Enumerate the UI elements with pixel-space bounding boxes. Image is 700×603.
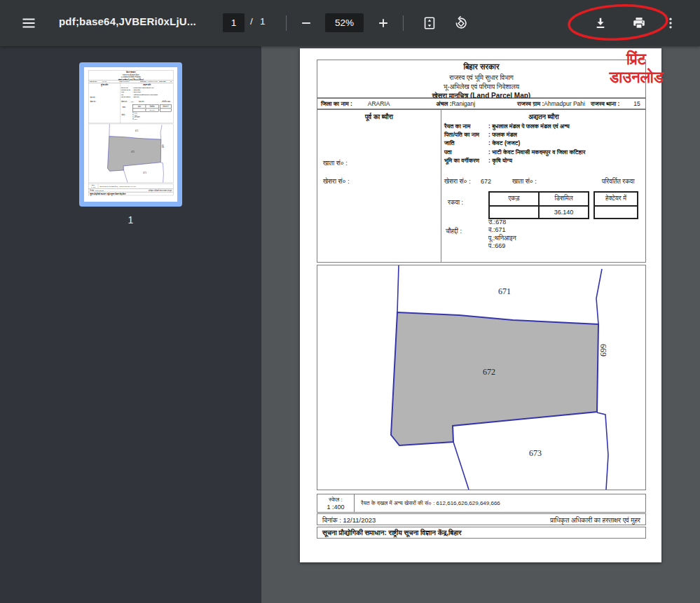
hectare-value (160, 109, 171, 112)
district-label: जिला का नाम : (90, 81, 98, 83)
owner-details: रैयत का नाम: बुधलाल मंडल पे फलक मंडल एवं… (444, 122, 644, 165)
document-title: pdf;base64,JVBERi0xLjU... (59, 15, 196, 27)
other-khesra-note: रैयत के दखल में अन्य खेसरों की सं० : 612… (361, 500, 500, 507)
download-button[interactable] (587, 10, 614, 36)
village-label: राजस्व ग्राम : (140, 81, 147, 83)
boundary-line-southeast (160, 162, 163, 183)
other-khesra-note: रैयत के दखल में अन्य खेसरों की सं० : 612… (99, 186, 135, 188)
parcel-map-svg: 671 672 673 669 (317, 265, 645, 490)
zoom-in-icon (376, 16, 390, 30)
thumbnail-page-number: 1 (0, 214, 261, 226)
scale-cell: स्केल : 1 :400 (317, 494, 355, 512)
toolbar-divider (403, 15, 404, 31)
boundary-line-northeast (596, 269, 602, 324)
zoom-out-button[interactable] (293, 10, 320, 36)
footer-text: सूचना प्रौद्योगिकी समाधान: राष्ट्रीय सूच… (322, 529, 462, 537)
khesra-no-value: 672 (481, 178, 491, 185)
parcel-map: 671 672 673 669 (317, 265, 646, 490)
district-value: ARARIA (102, 81, 107, 83)
officer-signature-label: प्राधिकृत अधिकारी का हस्ताक्षर एवं मुहर (149, 190, 172, 192)
details-section: पूर्व का ब्यौरा खाता सं० : खेसरा सं० : अ… (317, 109, 646, 263)
parcel-673-label: 673 (143, 172, 146, 174)
land-class-label: भूमि का वर्गीकरण (444, 156, 488, 165)
column-divider (441, 110, 441, 262)
father-value: : फलक मंडल (488, 130, 644, 139)
more-options-button[interactable] (657, 10, 684, 36)
hectare-table: हेक्टेयर में (593, 191, 638, 219)
pdf-toolbar: pdf;base64,JVBERi0xLjU... / 1 52% (0, 0, 700, 46)
thumbnail-sidebar: बिहार सरकार राजस्व एवं भूमि सुधार विभाग … (0, 46, 261, 603)
raiyat-label: रैयत का नाम (444, 122, 488, 130)
boundary-line-northwest (109, 124, 110, 137)
chauhaddi-values: उ.:678 द.:671 पू.:थनिआइन प.:669 (132, 112, 139, 120)
scale-row: स्केल : 1 :400 रैयत के दखल में अन्य खेसर… (88, 183, 173, 188)
khata-label: खाता सं० : (323, 160, 348, 167)
date-value: दिनांक : 12/11/2023 (322, 516, 376, 525)
pdf-page: बिहार सरकार राजस्व एवं भूमि सुधार विभाग … (300, 48, 661, 562)
acre-header: एकड़ (489, 192, 539, 206)
converted-area-label: परिवर्तित रकवा (602, 178, 635, 186)
gov-title: बिहार सरकार (88, 71, 173, 73)
gov-title: बिहार सरकार (317, 62, 645, 71)
boundary-east: पू.:थनिआइन (488, 235, 516, 242)
khesra-no-label: खेसरा सं० : (444, 178, 471, 186)
scale-label: स्केल : (317, 496, 354, 504)
raiyat-value: : बुधलाल मंडल पे फलक मंडल एवं अन्य (488, 122, 644, 130)
caste-value: : केवट (जजट) (488, 139, 644, 147)
three-dot-menu-icon (664, 16, 678, 30)
khesra-no-value: 672 (131, 101, 134, 103)
father-label: पिता/पति का नाम (444, 130, 488, 139)
parcel-672-label: 672 (483, 367, 495, 377)
scale-row: स्केल : 1 :400 रैयत के दखल में अन्य खेसर… (317, 494, 646, 513)
boundary-line-southeast (597, 413, 608, 490)
page-number-input[interactable] (223, 13, 245, 32)
scale-value: 1 :400 (88, 186, 97, 188)
menu-button[interactable] (15, 10, 42, 36)
converted-area-label: परिवर्तित रकवा (162, 101, 170, 103)
parcel-669-label: 669 (598, 344, 608, 356)
hectare-header: हेक्टेयर में (594, 192, 638, 206)
thana-value: 15 (170, 81, 172, 83)
zoom-in-button[interactable] (370, 10, 397, 36)
dept-title: राजस्व एवं भूमि सुधार विभाग (317, 74, 645, 82)
district-value: ARARIA (368, 100, 390, 107)
boundary-west: प.:669 (132, 118, 139, 120)
page-separator: / (250, 16, 253, 27)
document-header: बिहार सरकार राजस्व एवं भूमि सुधार विभाग … (317, 60, 646, 98)
date-value: दिनांक : 12/11/2023 (90, 190, 104, 192)
rakwa-label: रकवा : (448, 199, 463, 207)
district-label: जिला का नाम : (321, 100, 352, 108)
boundary-line-south (453, 442, 469, 490)
acre-value (489, 206, 539, 219)
anchal-value: Raniganj (123, 81, 130, 83)
page-thumbnail[interactable]: बिहार सरकार राजस्व एवं भूमि सुधार विभाग … (79, 62, 182, 207)
boundary-west: प.:669 (488, 242, 516, 250)
parcel-671-label: 671 (498, 286, 511, 296)
khata-no-label: खाता सं० : (139, 101, 145, 103)
area-table: एकड़ डिसमिल 36.140 (132, 104, 158, 111)
parcel-672-polygon (391, 312, 598, 445)
land-class-label: भूमि का वर्गीकरण (121, 95, 132, 97)
thumbnail-page-preview: बिहार सरकार राजस्व एवं भूमि सुधार विभाग … (84, 67, 177, 202)
rotate-button[interactable] (448, 10, 474, 36)
zoom-level[interactable]: 52% (325, 13, 364, 32)
hectare-table: हेक्टेयर में (160, 104, 171, 111)
print-button[interactable] (626, 10, 652, 36)
scale-cell: स्केल : 1 :400 (88, 184, 98, 189)
parcel-672-polygon (108, 137, 161, 172)
fit-page-button[interactable] (416, 10, 443, 36)
chauhaddi-label: चौहद्दी : (446, 228, 462, 235)
print-icon (631, 15, 647, 31)
zoom-out-icon (299, 16, 313, 30)
previous-details-title: पूर्व का ब्यौरा (88, 84, 120, 86)
chauhaddi-values: उ.:678 द.:671 पू.:थनिआइन प.:669 (488, 219, 516, 250)
village-value: Ahmadpur Pahi (544, 100, 585, 107)
owner-details: रैयत का नाम: बुधलाल मंडल पे फलक मंडल एवं… (121, 86, 172, 97)
hectare-value (594, 206, 638, 219)
fit-page-icon (422, 15, 437, 31)
download-icon (593, 15, 608, 31)
parcel-671-label: 671 (135, 130, 139, 132)
date-row: दिनांक : 12/11/2023 प्राधिकृत अधिकारी का… (88, 189, 173, 192)
previous-details-title: पूर्व का ब्यौरा (317, 113, 441, 121)
current-details-title: अद्यतन ब्यौरा (441, 113, 647, 121)
